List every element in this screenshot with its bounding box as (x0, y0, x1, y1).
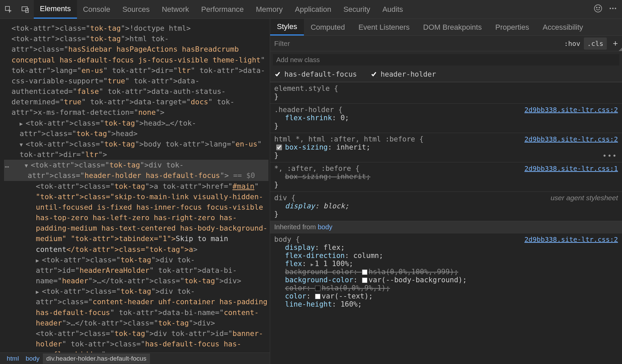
tab-application[interactable]: Application (289, 0, 337, 19)
class-check-0[interactable]: has-default-focus (274, 70, 357, 78)
sidebar-tabs: Styles Computed Event Listeners DOM Brea… (270, 19, 622, 36)
add-class-input[interactable] (273, 54, 619, 66)
svg-point-8 (615, 8, 616, 9)
tab-performance[interactable]: Performance (195, 0, 250, 19)
device-toolbar-icon[interactable] (17, 0, 34, 19)
dom-panel: <tok-attr">class="tok-tag">!doctype html… (0, 19, 270, 364)
styles-sidebar: Styles Computed Event Listeners DOM Brea… (270, 19, 622, 364)
svg-point-7 (612, 8, 614, 9)
expand-triangle-icon[interactable] (619, 48, 622, 51)
devtools-root: Elements Console Sources Network Perform… (0, 0, 622, 364)
svg-point-6 (610, 8, 611, 9)
rule-body[interactable]: 2d9bb338.site-ltr.css:2body {display: fl… (270, 233, 622, 311)
source-link[interactable]: 2d9bb338.site-ltr.css:1 (524, 164, 618, 173)
top-toolbar: Elements Console Sources Network Perform… (0, 0, 622, 19)
breadcrumb: html body div.header-holder.has-default-… (0, 353, 270, 364)
rule-star[interactable]: 2d9bb338.site-ltr.css:1*, :after, :befor… (270, 162, 622, 191)
inspect-element-icon[interactable] (0, 0, 17, 19)
rule-header-holder[interactable]: 2d9bb338.site-ltr.css:2.header-holder {f… (270, 103, 622, 133)
more-icon[interactable] (608, 4, 617, 15)
svg-point-3 (594, 5, 602, 12)
tab-security[interactable]: Security (337, 0, 376, 19)
class-check-1[interactable]: header-holder (370, 70, 436, 78)
decl-checkbox[interactable] (276, 145, 282, 150)
svg-point-5 (599, 7, 600, 8)
panels: <tok-attr">class="tok-tag">!doctype html… (0, 19, 622, 364)
hov-toggle[interactable]: :hov (561, 37, 584, 50)
rule-html-star[interactable]: 2d9bb338.site-ltr.css:2html *, html :aft… (270, 133, 622, 162)
filter-bar: :hov .cls + (270, 36, 622, 51)
crumb-html[interactable]: html (3, 354, 22, 364)
tab-elements[interactable]: Elements (34, 0, 77, 19)
feedback-icon[interactable] (594, 4, 602, 15)
crumb-body[interactable]: body (22, 354, 43, 364)
class-check-label: header-holder (381, 70, 436, 78)
crumb-selected[interactable]: div.header-holder.has-default-focus (43, 354, 150, 364)
rule-div-ua[interactable]: user agent stylesheetdiv {display: block… (270, 191, 622, 221)
cls-toggle[interactable]: .cls (584, 37, 607, 50)
class-checkbox[interactable] (274, 71, 281, 78)
source-link[interactable]: 2d9bb338.site-ltr.css:2 (524, 235, 618, 243)
class-checkbox[interactable] (370, 71, 377, 78)
inherit-selector-link[interactable]: body (318, 223, 332, 231)
main-tabs: Elements Console Sources Network Perform… (34, 0, 594, 19)
class-editor: has-default-focusheader-holder (270, 51, 622, 82)
tab-console[interactable]: Console (77, 0, 116, 19)
tab-sources[interactable]: Sources (116, 0, 156, 19)
source-link[interactable]: 2d9bb338.site-ltr.css:2 (524, 106, 618, 114)
side-tab-accessibility[interactable]: Accessibility (536, 19, 590, 35)
side-tab-computed[interactable]: Computed (304, 19, 352, 35)
new-style-rule-button[interactable]: + (609, 38, 622, 49)
tab-audits[interactable]: Audits (376, 0, 409, 19)
filter-input[interactable] (270, 36, 561, 51)
style-rules[interactable]: element.style {}2d9bb338.site-ltr.css:2.… (270, 82, 622, 364)
svg-point-4 (596, 7, 597, 8)
dom-tree[interactable]: <tok-attr">class="tok-tag">!doctype html… (0, 19, 270, 353)
inherited-from-bar: Inherited from body (270, 221, 622, 233)
side-tab-properties[interactable]: Properties (489, 19, 536, 35)
side-tab-event-listeners[interactable]: Event Listeners (352, 19, 416, 35)
side-tab-dom-breakpoints[interactable]: DOM Breakpoints (416, 19, 489, 35)
tab-memory[interactable]: Memory (250, 0, 289, 19)
rule-element-style[interactable]: element.style {} (270, 82, 622, 103)
source-link[interactable]: 2d9bb338.site-ltr.css:2 (524, 135, 618, 143)
tab-network[interactable]: Network (156, 0, 195, 19)
more-icon[interactable]: ••• (602, 152, 617, 160)
class-check-label: has-default-focus (284, 70, 357, 78)
ua-label: user agent stylesheet (550, 194, 618, 202)
side-tab-styles[interactable]: Styles (270, 19, 304, 35)
